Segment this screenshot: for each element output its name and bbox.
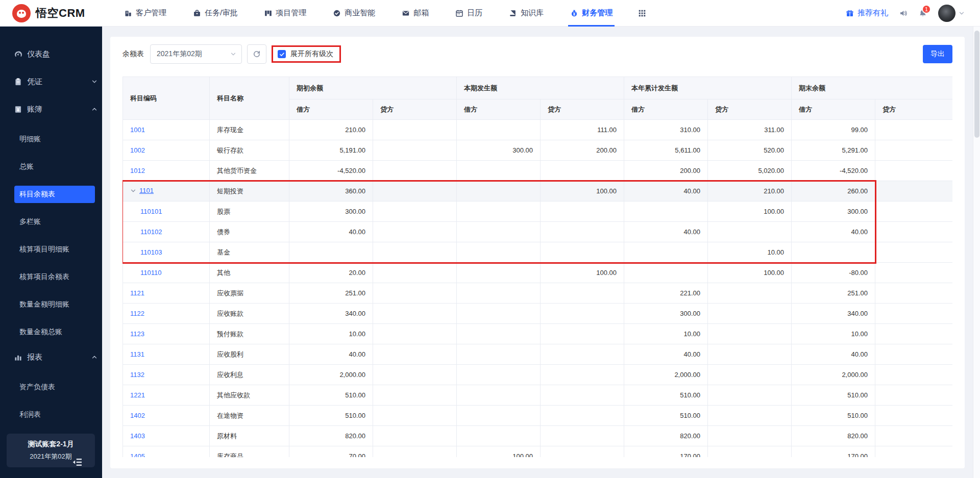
amount-cell: [624, 263, 708, 283]
notifications-button[interactable]: 1: [919, 9, 927, 17]
customers-icon: [124, 9, 132, 17]
nav-item-tasks[interactable]: 任务/审批: [191, 0, 239, 27]
logo-text: 悟空CRM: [36, 6, 85, 21]
account-code-link[interactable]: 1221: [130, 391, 145, 399]
bi-icon: [333, 9, 341, 17]
amount-cell: [541, 344, 624, 365]
sidebar-subitem-核算项目明细账[interactable]: 核算项目明细账: [14, 241, 95, 258]
chevron-up-icon: [91, 354, 97, 360]
sidebar-item-报表[interactable]: 报表: [0, 351, 102, 363]
account-name-cell: 其他货币资金: [210, 161, 289, 181]
nav-item-bi[interactable]: 商业智能: [331, 0, 377, 27]
amount-cell: [373, 344, 457, 365]
scrollbar-thumb[interactable]: [974, 31, 979, 138]
amount-cell: [373, 161, 457, 181]
table-row: 1002银行存款5,191.00300.00200.005,611.00520.…: [123, 140, 953, 161]
nav-item-mail[interactable]: 邮箱: [400, 0, 431, 27]
account-code-link[interactable]: 1132: [130, 371, 144, 379]
nav-item-projects[interactable]: 项目管理: [262, 0, 308, 27]
nav-item-finance[interactable]: 财务管理: [568, 0, 615, 27]
sidebar-item-凭证[interactable]: 凭证: [0, 76, 102, 88]
account-code-link[interactable]: 1002: [130, 146, 145, 154]
account-code-link[interactable]: 1122: [130, 310, 144, 317]
clipboard-icon: [14, 78, 22, 86]
account-code-wrap: 1402: [130, 412, 145, 419]
sidebar-subitem-资产负债表[interactable]: 资产负债表: [14, 379, 95, 396]
account-code-link[interactable]: 110101: [140, 208, 162, 215]
amount-cell: [373, 181, 457, 202]
sidebar-subitem-核算项目余额表[interactable]: 核算项目余额表: [14, 268, 95, 286]
amount-cell: 10.00: [624, 324, 708, 344]
sidebar-subitem-利润表[interactable]: 利润表: [14, 406, 95, 423]
col-group-header: 期末余额: [792, 77, 953, 99]
account-code-link[interactable]: 1121: [130, 289, 144, 297]
account-code-cell: 1405: [123, 446, 210, 458]
sidebar-item-仪表盘[interactable]: 仪表盘: [0, 48, 102, 60]
export-button[interactable]: 导出: [923, 45, 952, 63]
nav-item-label: 邮箱: [413, 8, 429, 18]
nav-item-label: 客户管理: [136, 8, 166, 18]
amount-cell: [541, 202, 624, 222]
referral-link[interactable]: 推荐有礼: [846, 8, 888, 18]
app-logo[interactable]: 悟空CRM: [12, 4, 102, 22]
account-code-link[interactable]: 1012: [130, 167, 145, 174]
account-name-cell: 原材料: [210, 426, 289, 446]
nav-item-calendar[interactable]: 日历: [453, 0, 484, 27]
table-row: 1221其他应收款510.00510.00510.00: [123, 385, 953, 406]
amount-cell: [457, 283, 541, 304]
amount-cell: [708, 222, 792, 242]
amount-cell: 340.00: [289, 304, 373, 324]
amount-cell: 5,191.00: [289, 140, 373, 161]
amount-cell: 100.00: [708, 202, 792, 222]
amount-cell: [457, 426, 541, 446]
account-code-link[interactable]: 1403: [130, 432, 145, 440]
period-select[interactable]: 2021年第02期: [150, 44, 242, 64]
account-code-link[interactable]: 1405: [130, 452, 145, 457]
amount-cell: 310.00: [624, 120, 708, 140]
sidebar-collapse-icon[interactable]: [71, 458, 83, 467]
amount-cell: 2,000.00: [289, 365, 373, 385]
amount-cell: [373, 385, 457, 406]
amount-cell: [457, 242, 541, 263]
account-code-link[interactable]: 110110: [140, 269, 161, 276]
expand-all-levels-label[interactable]: 展开所有级次: [290, 49, 333, 59]
user-menu[interactable]: [938, 5, 965, 22]
amount-cell: 10.00: [792, 324, 875, 344]
amount-cell: [541, 385, 624, 406]
refresh-button[interactable]: [247, 44, 266, 64]
page-scrollbar[interactable]: [973, 27, 980, 478]
sidebar-item-账簿[interactable]: 账簿: [0, 103, 102, 115]
amount-cell: 510.00: [289, 385, 373, 406]
collapse-caret-icon[interactable]: [130, 188, 136, 194]
amount-cell: [708, 324, 792, 344]
account-code-link[interactable]: 110103: [140, 248, 162, 256]
sidebar-subitem-总账[interactable]: 总账: [14, 158, 95, 175]
apps-grid-icon[interactable]: [638, 9, 646, 17]
sidebar-subitem-多栏账[interactable]: 多栏账: [14, 213, 95, 231]
speaker-icon[interactable]: [899, 9, 908, 17]
sidebar-subitem-科目余额表[interactable]: 科目余额表: [14, 186, 95, 203]
sidebar-subitem-数量金额明细账[interactable]: 数量金额明细账: [14, 296, 95, 313]
account-code-link[interactable]: 110102: [140, 228, 162, 236]
nav-item-label: 日历: [467, 8, 482, 18]
account-code-link[interactable]: 1131: [130, 350, 144, 358]
col-header-debit: 借方: [289, 99, 373, 120]
amount-cell: [541, 161, 624, 181]
account-code-link[interactable]: 1123: [130, 330, 144, 338]
nav-item-knowledge[interactable]: 知识库: [507, 0, 546, 27]
col-header-credit: 贷方: [373, 99, 457, 120]
amount-cell: -4,520.00: [289, 161, 373, 181]
expand-all-levels-checkbox[interactable]: [278, 50, 286, 58]
account-code-wrap: 1131: [130, 350, 144, 358]
account-code-link[interactable]: 1101: [139, 187, 154, 194]
sidebar-subitem-明细账[interactable]: 明细账: [14, 131, 95, 148]
nav-item-customers[interactable]: 客户管理: [122, 0, 168, 27]
sidebar-subitem-数量金额总账[interactable]: 数量金额总账: [14, 323, 95, 341]
account-code-link[interactable]: 1001: [130, 126, 145, 134]
amount-cell: 40.00: [624, 222, 708, 242]
col-header-code: 科目编码: [123, 77, 210, 120]
amount-cell: 100.00: [541, 263, 624, 283]
account-code-link[interactable]: 1402: [130, 412, 145, 419]
amount-cell: [457, 344, 541, 365]
amount-cell: [875, 446, 953, 458]
